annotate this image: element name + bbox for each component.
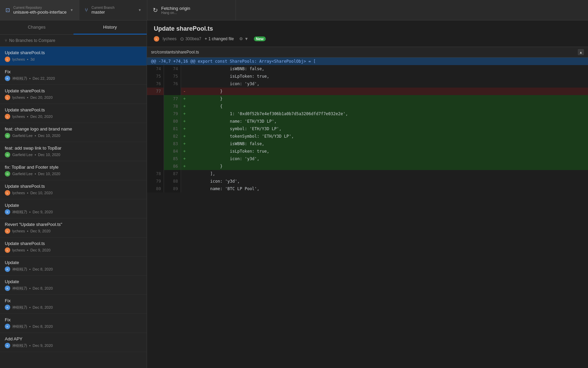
repo-icon: ⊡ xyxy=(5,7,10,13)
settings-button[interactable]: ⚙ ▼ xyxy=(237,36,250,42)
commit-item[interactable]: Update sharePool.ts L lychees • Dec 9, 2… xyxy=(0,237,147,257)
diff-sign xyxy=(181,170,188,178)
commit-meta: G Garfield Lee • Dec 10, 2020 xyxy=(5,171,142,177)
diff-content: isLpToken: true, xyxy=(188,148,588,155)
current-repo-section[interactable]: ⊡ Current Repository unisave-eth-pools-i… xyxy=(0,0,79,20)
commit-item[interactable]: feat: add swap link to TopBar G Garfield… xyxy=(0,142,147,161)
line-num-new: 85 xyxy=(164,155,181,163)
settings-chevron: ▼ xyxy=(244,36,248,41)
commit-item[interactable]: Update sharePool.ts L lychees • Dec 20, … xyxy=(0,104,147,123)
changed-file-badge: + 1 changed file xyxy=(205,36,234,41)
diff-content: isWBNB: false, xyxy=(188,140,588,148)
fetch-spinner-icon: ↻ xyxy=(153,6,158,14)
commit-author: lychees xyxy=(12,191,25,195)
commit-title: Add APY xyxy=(5,336,142,341)
commit-author: lychees xyxy=(12,229,25,233)
commit-meta: K 神樹桜乃 • Dec 9, 2020 xyxy=(5,343,142,348)
changed-file-icon: + xyxy=(205,36,207,41)
commit-item[interactable]: fix: TopBar and Footer style G Garfield … xyxy=(0,161,147,180)
commit-item[interactable]: Add APY K 神樹桜乃 • Dec 9, 2020 xyxy=(0,333,147,352)
line-num-old: 74 xyxy=(147,65,164,73)
commit-item[interactable]: Update sharePool.ts L lychees • 3d xyxy=(0,47,147,66)
line-num-new: 77 xyxy=(164,95,181,103)
diff-line: 82 + tokenSymbol: 'ETH/Y3D LP', xyxy=(147,133,588,140)
tab-changes[interactable]: Changes xyxy=(0,20,74,34)
diff-line: 79 + 1: '0xd0f52b7e4ef306b1a0b7d5a3206df… xyxy=(147,110,588,118)
changed-file-count: 1 changed file xyxy=(208,36,234,41)
commit-item[interactable]: Fix K 神樹桜乃 • Dec 8, 2020 xyxy=(0,314,147,333)
diff-sign: + xyxy=(181,110,188,118)
tab-history[interactable]: History xyxy=(74,20,147,34)
commit-title: Fix xyxy=(5,298,142,303)
current-branch-section[interactable]: ⑂ Current Branch master ▼ xyxy=(79,0,147,20)
repo-info: Current Repository unisave-eth-pools-int… xyxy=(13,6,67,15)
commit-title: Update sharePool.ts xyxy=(5,241,142,246)
line-num-new: 81 xyxy=(164,125,181,133)
commit-item[interactable]: Update K 神樹桜乃 • Dec 8, 2020 xyxy=(0,276,147,295)
diff-line: 81 + symbol: 'ETH/Y3D LP', xyxy=(147,125,588,133)
file-collapse-button[interactable]: ▲ xyxy=(578,49,584,55)
diff-line: 79 88 icon: 'y3d', xyxy=(147,178,588,185)
branch-chevron: ▼ xyxy=(138,8,142,12)
commit-item[interactable]: Update sharePool.ts L lychees • Dec 20, … xyxy=(0,85,147,104)
commit-title: Update xyxy=(5,203,142,208)
commit-separator: • xyxy=(29,305,31,309)
commit-meta: L lychees • Dec 9, 2020 xyxy=(5,247,142,253)
commit-title: Update sharePool.ts xyxy=(5,184,142,189)
commit-item[interactable]: Revert "Update sharePool.ts" L lychees •… xyxy=(0,218,147,237)
diff-content: isLpToken: true, xyxy=(188,73,588,80)
commit-meta: G Garfield Lee • Dec 10, 2020 xyxy=(5,133,142,138)
diff-line: 75 75 isLpToken: true, xyxy=(147,73,588,80)
diff-line: 78 + { xyxy=(147,103,588,110)
top-bar: ⊡ Current Repository unisave-eth-pools-i… xyxy=(0,0,588,20)
diff-line: 83 + isWBNB: false, xyxy=(147,140,588,148)
commit-item[interactable]: Update sharePool.ts L lychees • Dec 10, … xyxy=(0,180,147,199)
new-badge: New xyxy=(254,36,266,41)
diff-sign xyxy=(181,65,188,73)
diff-content: ], xyxy=(188,170,588,178)
diff-content: name: 'ETH/Y3D LP', xyxy=(188,118,588,125)
commit-date: 3d xyxy=(30,57,34,61)
line-num-old: 79 xyxy=(147,178,164,185)
diff-sign: + xyxy=(181,133,188,140)
line-num-new: 75 xyxy=(164,73,181,80)
commit-item[interactable]: Update K 神樹桜乃 • Dec 8, 2020 xyxy=(0,257,147,276)
line-num-new: 78 xyxy=(164,103,181,110)
main-layout: Changes History ⑂ No Branches to Compare… xyxy=(0,20,588,368)
diff-sign xyxy=(181,185,188,193)
commit-author: 神樹桜乃 xyxy=(12,286,27,291)
diff-line: 76 76 icon: 'y3d', xyxy=(147,80,588,88)
line-num-new: 89 xyxy=(164,185,181,193)
diff-sign: + xyxy=(181,155,188,163)
diff-container[interactable]: @@ -74,7 +74,16 @@ export const SharePoo… xyxy=(147,58,588,368)
commit-author: 神樹桜乃 xyxy=(12,324,27,329)
avatar: K xyxy=(5,324,10,329)
file-path: src/constants/sharePool.ts xyxy=(151,50,199,55)
diff-header-line: @@ -74,7 +74,16 @@ export const SharePoo… xyxy=(147,58,588,65)
avatar: K xyxy=(5,305,10,310)
commit-list: Update sharePool.ts L lychees • 3d Fix K… xyxy=(0,47,147,368)
branch-name: master xyxy=(92,10,115,15)
commit-date: Dec 8, 2020 xyxy=(33,286,53,290)
diff-content: icon: 'y3d', xyxy=(188,80,588,88)
diff-sign: + xyxy=(181,148,188,155)
line-num-old: 77 xyxy=(147,88,164,95)
diff-line: 85 + icon: 'y3d', xyxy=(147,155,588,163)
repo-name: unisave-eth-pools-interface xyxy=(13,10,67,15)
line-num-new: 79 xyxy=(164,110,181,118)
commit-hash: ⊙ 300bea7 xyxy=(180,36,201,42)
commit-title: Fix xyxy=(5,69,142,74)
commit-separator: • xyxy=(29,76,31,80)
commit-separator: • xyxy=(27,95,28,99)
commit-item[interactable]: Update K 神樹桜乃 • Dec 9, 2020 xyxy=(0,199,147,218)
commit-meta: K 神樹桜乃 • Dec 9, 2020 xyxy=(5,209,142,215)
diff-line: 84 + isLpToken: true, xyxy=(147,148,588,155)
commit-separator: • xyxy=(27,248,28,252)
line-num-old xyxy=(147,125,164,133)
commit-item[interactable]: Fix K 神樹桜乃 • Dec 22, 2020 xyxy=(0,66,147,85)
commit-title: Fix xyxy=(5,317,142,322)
commit-item[interactable]: feat: change logo and brand name G Garfi… xyxy=(0,123,147,142)
no-branches-compare[interactable]: ⑂ No Branches to Compare xyxy=(0,35,147,47)
fetch-section[interactable]: ↻ Fetching origin Hang on... xyxy=(147,0,236,20)
commit-item[interactable]: Fix K 神樹桜乃 • Dec 8, 2020 xyxy=(0,295,147,314)
